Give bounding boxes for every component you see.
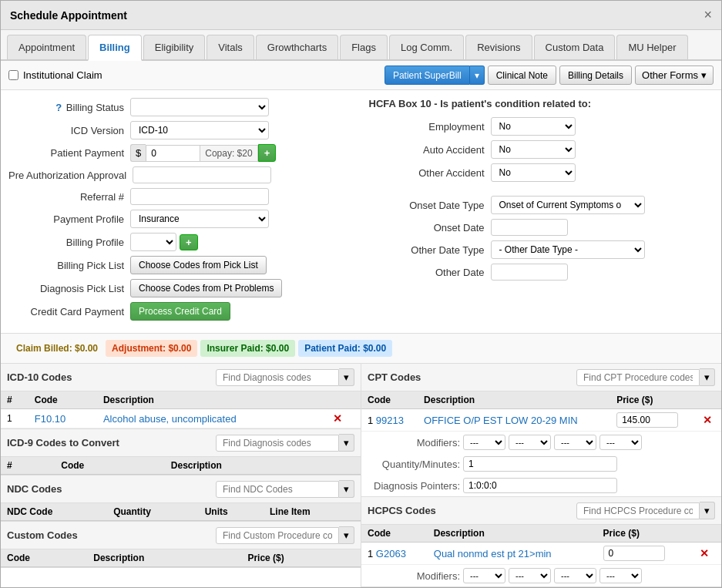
tab-muhelper[interactable]: MU Helper xyxy=(616,35,687,59)
clinical-note-button[interactable]: Clinical Note xyxy=(488,66,556,85)
tab-flags[interactable]: Flags xyxy=(340,35,388,59)
auto-accident-select[interactable]: No xyxy=(491,140,576,159)
payment-profile-select[interactable]: Insurance xyxy=(130,210,269,228)
auto-accident-row: Auto Accident No xyxy=(369,140,714,159)
custom-table-header: Code Description Price ($) xyxy=(1,549,361,567)
cpt-qty-input[interactable] xyxy=(463,456,617,472)
table-row: 1 F10.10 Alcohol abuse, uncomplicated ✕ xyxy=(1,409,361,428)
tab-billing[interactable]: Billing xyxy=(88,35,142,61)
hcpcs-col-code: Code xyxy=(361,525,428,543)
cpt-modifier-3[interactable]: --- xyxy=(554,435,596,450)
hcpcs-modifier-2[interactable]: --- xyxy=(509,568,551,583)
billing-status-help-icon[interactable]: ? xyxy=(55,102,62,113)
icd10-col-action xyxy=(327,391,361,409)
cpt-find-button[interactable]: ▾ xyxy=(700,368,715,386)
process-credit-card-button[interactable]: Process Credit Card xyxy=(130,302,230,321)
ndc-find-button[interactable]: ▾ xyxy=(339,480,354,498)
hcpcs-col-description: Description xyxy=(428,525,597,543)
diagnosis-pick-list-button[interactable]: Choose Codes from Pt Problems xyxy=(130,279,282,297)
tab-appointment[interactable]: Appointment xyxy=(7,35,86,59)
hcpcs-find-wrapper: ▾ xyxy=(576,502,715,519)
institutional-claim-checkbox[interactable] xyxy=(8,70,18,80)
cpt-header: CPT Codes ▾ xyxy=(361,364,721,391)
tab-growthcharts[interactable]: Growthcharts xyxy=(256,35,338,59)
icd10-find-input[interactable] xyxy=(216,369,339,386)
hcpcs-modifier-1[interactable]: --- xyxy=(463,568,505,583)
cpt-modifier-1[interactable]: --- xyxy=(463,435,505,450)
cpt-modifier-2[interactable]: --- xyxy=(509,435,551,450)
billing-profile-add-button[interactable]: + xyxy=(180,234,198,250)
hcpcs-col-action xyxy=(693,525,721,543)
icd10-row-code: F10.10 xyxy=(29,409,97,428)
cpt-diagnosis-input[interactable] xyxy=(463,478,617,493)
cpt-qty-label: Quantity/Minutes: xyxy=(368,459,460,470)
hcpcs-remove-button[interactable]: ✕ xyxy=(700,547,709,559)
icd9-table-header: # Code Description xyxy=(1,457,361,475)
hcpcs-code-link[interactable]: G2063 xyxy=(376,548,406,559)
icd-version-select[interactable]: ICD-10 xyxy=(130,121,269,139)
billing-profile-select[interactable] xyxy=(130,233,176,251)
hcpcs-find-button[interactable]: ▾ xyxy=(700,502,715,519)
icd9-find-input[interactable] xyxy=(216,435,339,452)
referral-input[interactable] xyxy=(130,188,269,205)
custom-table: Code Description Price ($) xyxy=(1,549,361,567)
icd10-find-button[interactable]: ▾ xyxy=(339,368,354,386)
billing-profile-row: Billing Profile + xyxy=(8,233,354,251)
close-button[interactable]: × xyxy=(704,7,712,23)
cpt-table-header: Code Description Price ($) xyxy=(361,391,721,409)
hcpcs-price-input[interactable] xyxy=(603,546,665,561)
other-accident-select[interactable]: No xyxy=(491,163,576,182)
custom-find-input[interactable] xyxy=(216,527,339,544)
icd10-table-header: # Code Description xyxy=(1,391,361,409)
onset-date-input[interactable] xyxy=(491,219,568,236)
cpt-modifiers-label: Modifiers: xyxy=(368,437,460,449)
window-title: Schedule Appointment xyxy=(10,9,127,22)
hcpcs-row-description: Qual nonmd est pt 21>min xyxy=(428,543,597,565)
onset-date-row: Onset Date xyxy=(369,219,714,236)
onset-date-type-row: Onset Date Type Onset of Current Symptom… xyxy=(369,196,714,214)
hcpcs-modifier-3[interactable]: --- xyxy=(554,568,596,583)
billing-pick-list-button[interactable]: Choose Codes from Pick List xyxy=(130,256,267,274)
cpt-find-input[interactable] xyxy=(576,369,700,386)
icd10-remove-button[interactable]: ✕ xyxy=(333,412,342,425)
icd10-row-num: 1 xyxy=(1,409,29,428)
ndc-find-input[interactable] xyxy=(216,481,339,498)
institutional-claim-label[interactable]: Institutional Claim xyxy=(8,69,102,81)
icd9-find-button[interactable]: ▾ xyxy=(339,434,354,452)
ndc-find-wrapper: ▾ xyxy=(216,480,354,498)
custom-title: Custom Codes xyxy=(7,529,78,541)
tab-vitals[interactable]: Vitals xyxy=(207,35,254,59)
tab-eligibility[interactable]: Eligibility xyxy=(143,35,206,59)
pre-auth-input[interactable] xyxy=(133,166,271,183)
billing-details-button[interactable]: Billing Details xyxy=(559,66,632,85)
custom-find-button[interactable]: ▾ xyxy=(339,526,354,544)
tab-revisions[interactable]: Revisions xyxy=(465,35,532,59)
hcpcs-modifier-4[interactable]: --- xyxy=(599,568,642,583)
add-payment-button[interactable]: + xyxy=(258,144,277,162)
superbill-dropdown-arrow[interactable]: ▾ xyxy=(470,66,485,85)
ndc-col-qty: Quantity xyxy=(107,503,199,521)
superbill-button[interactable]: Patient SuperBill xyxy=(385,66,470,85)
billing-status-select[interactable] xyxy=(130,98,269,116)
cpt-find-wrapper: ▾ xyxy=(576,368,715,386)
patient-payment-input[interactable] xyxy=(146,145,200,162)
cpt-price-input[interactable] xyxy=(616,412,678,428)
other-forms-button[interactable]: Other Forms ▾ xyxy=(635,66,714,85)
employment-select[interactable]: No xyxy=(491,117,576,136)
cpt-code-link[interactable]: 99213 xyxy=(376,415,404,426)
tab-logcomm[interactable]: Log Comm. xyxy=(389,35,464,59)
hcpcs-find-input[interactable] xyxy=(576,502,700,519)
employment-row: Employment No xyxy=(369,117,714,136)
onset-date-type-select[interactable]: Onset of Current Symptoms o xyxy=(491,196,645,214)
cpt-modifier-4[interactable]: --- xyxy=(599,435,642,450)
cpt-remove-button[interactable]: ✕ xyxy=(703,414,712,426)
icd-version-row: ICD Version ICD-10 xyxy=(8,121,354,139)
hcpcs-col-price: Price ($) xyxy=(597,525,693,543)
icd10-section: ICD-10 Codes ▾ # Code Description xyxy=(1,364,361,429)
icd10-col-num: # xyxy=(1,391,29,409)
other-date-input[interactable] xyxy=(491,264,568,281)
ndc-col-units: Units xyxy=(199,503,264,521)
tab-customdata[interactable]: Custom Data xyxy=(534,35,616,59)
icd10-code-link[interactable]: F10.10 xyxy=(35,413,65,425)
other-date-type-select[interactable]: - Other Date Type - xyxy=(491,240,645,259)
